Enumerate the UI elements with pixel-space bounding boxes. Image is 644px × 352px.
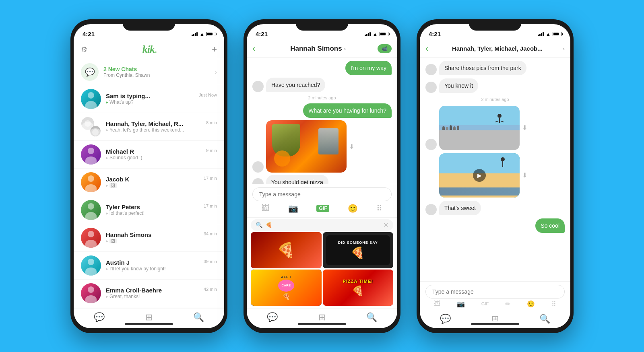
chat-item-austin[interactable]: Austin J 39 min ▸ I'll let you know by t…: [74, 252, 224, 280]
nav-grid[interactable]: ⊞: [145, 312, 153, 323]
emoji-button-3[interactable]: 🙂: [527, 300, 535, 308]
photo-button-3[interactable]: 🖼: [434, 300, 440, 307]
chat-name-tyler: Tyler Peters: [106, 204, 140, 210]
signal-icon-1: [192, 32, 198, 36]
avatar-tyler: [81, 200, 101, 220]
msg-p3-video: ▶ ⬇: [425, 153, 565, 198]
chat-list: Sam is typing... Just Now ▸ What's up?: [74, 85, 224, 309]
battery-icon-1: [206, 32, 215, 36]
sticker-button-3[interactable]: ✏: [505, 300, 510, 308]
back-button-2[interactable]: ‹: [252, 43, 255, 54]
camera-button-3[interactable]: 📷: [457, 300, 465, 308]
chat-preview-group: ▸ Yeah, let's go there this weekend...: [106, 127, 217, 133]
avatar-jacob: [81, 172, 101, 192]
gif-search-area: 🔍 🍕 ✕ 🍕 DID SOMEONE SAY 🍕: [247, 217, 397, 309]
chat-info-michael: Michael R 9 min ▸ Sounds good :): [106, 148, 217, 161]
gif-search-icon: 🔍: [256, 222, 262, 228]
chat-info-jacob: Jacob K 17 min ▸ 🖼: [106, 176, 217, 188]
chat-name-emma: Emma Croll-Baehre: [106, 287, 162, 294]
chat-time-tyler: 17 min: [204, 204, 217, 210]
chat-item-michael[interactable]: Michael R 9 min ▸ Sounds good :): [74, 141, 224, 169]
nav-messages-3[interactable]: 💬: [440, 314, 451, 324]
avatar-msg-hannah-3: [252, 178, 264, 183]
nav-search-2[interactable]: 🔍: [366, 312, 377, 323]
chat-preview-jacob: ▸ 🖼: [106, 183, 217, 188]
chat-item-tyler[interactable]: Tyler Peters 17 min ▸ lol that's perfect…: [74, 196, 224, 224]
wifi-icon-3: ▲: [546, 31, 551, 37]
photo-button-2[interactable]: 🖼: [262, 204, 270, 213]
download-icon[interactable]: ⬇: [349, 143, 354, 150]
chat-name-sam: Sam is typing...: [106, 93, 150, 99]
msg-p3-share-pics: Share those pics from the park: [425, 61, 565, 75]
notch-1: [123, 19, 175, 31]
chat-item-group[interactable]: Hannah, Tyler, Michael, R... 8 min ▸ Yea…: [74, 113, 224, 141]
time-label-3: 2 minutes ago: [425, 96, 565, 103]
chat-time-sam: Just Now: [199, 93, 217, 99]
avatar-group: [81, 117, 101, 137]
home-bar-1: [125, 323, 173, 325]
nav-search[interactable]: 🔍: [193, 312, 204, 323]
download-icon-skate[interactable]: ⬇: [522, 124, 527, 132]
chevron-right-icon: ›: [215, 68, 217, 76]
chat-name-hannah: Hannah Simons: [106, 231, 151, 238]
gear-icon[interactable]: ⚙: [81, 45, 87, 54]
p3-toolbar: 🖼 📷 GIF ✏ 🙂 ⠿: [425, 298, 565, 309]
bubble-onmyway: I'm on my way: [345, 61, 392, 75]
chat-item-hannah[interactable]: Hannah Simons 34 min ▸ 🖼: [74, 224, 224, 252]
chat-name-michael: Michael R: [106, 148, 134, 155]
video-thumb[interactable]: ▶: [439, 153, 520, 198]
chat-item-jacob[interactable]: Jacob K 17 min ▸ 🖼: [74, 169, 224, 196]
chat-info-hannah: Hannah Simons 34 min ▸ 🖼: [106, 231, 217, 244]
camera-button-2[interactable]: 📷: [288, 204, 298, 213]
new-chats-banner[interactable]: 💬 2 New Chats From Cynthia, Shawn ›: [74, 59, 224, 85]
group-info-arrow[interactable]: ›: [563, 45, 565, 52]
gif-button-3[interactable]: GIF: [481, 301, 489, 306]
kik-logo: kik.: [142, 43, 157, 56]
more-button-3[interactable]: ⠿: [551, 300, 556, 308]
gif-button-2[interactable]: GIF: [316, 205, 329, 212]
msg-sent-lunch: What are you having for lunch?: [252, 103, 392, 118]
video-call-button[interactable]: 📹: [378, 44, 392, 53]
battery-icon-3: [553, 32, 561, 36]
gif-item-4[interactable]: PIZZA TIME! 🍕: [323, 270, 394, 306]
screen-2: 4:21 ▲ ‹ Hannah Simons ›: [247, 24, 397, 328]
message-input-3[interactable]: [425, 285, 565, 298]
gif-item-3[interactable]: ALL I CARE 🍕: [251, 270, 322, 306]
more-button-2[interactable]: ⠿: [376, 204, 382, 213]
chat-header-3: ‹ Hannah, Tyler, Michael, Jacob... ›: [420, 42, 570, 58]
gif-clear-icon[interactable]: ✕: [383, 221, 388, 229]
home-bar-2: [298, 323, 346, 325]
home-bar-3: [471, 323, 519, 325]
download-icon-video[interactable]: ⬇: [522, 171, 527, 179]
avatar-hannah: [81, 228, 101, 248]
avatar-sam: [81, 89, 101, 109]
emoji-button-2[interactable]: 🙂: [348, 204, 358, 213]
nav-messages-2[interactable]: 💬: [267, 312, 278, 323]
chat-contact-name-2[interactable]: Hannah Simons ›: [258, 45, 378, 53]
chat-contact-name-3[interactable]: Hannah, Tyler, Michael, Jacob...: [431, 45, 563, 52]
time-1: 4:21: [83, 31, 95, 37]
gif-search-row: 🔍 🍕 ✕: [251, 219, 393, 231]
chat-preview-sam: ▸ What's up?: [106, 99, 217, 105]
avatar-austin: [81, 255, 101, 276]
toolbar-row-2: 🖼 📷 GIF 🙂 ⠿: [252, 201, 392, 214]
nav-search-3[interactable]: 🔍: [539, 314, 550, 324]
status-icons-3: ▲: [538, 31, 561, 37]
chat-info-group: Hannah, Tyler, Michael, R... 8 min ▸ Yea…: [106, 120, 217, 133]
new-chats-subtitle: From Cynthia, Shawn: [103, 72, 215, 78]
bubble-thats-sweet: That's sweet: [439, 201, 481, 215]
gif-item-2[interactable]: DID SOMEONE SAY 🍕: [323, 232, 394, 268]
phone-1: 4:21 ▲ ⚙ kik.: [70, 19, 227, 333]
back-button-3[interactable]: ‹: [425, 43, 428, 54]
p3-messages: Share those pics from the park You know …: [420, 58, 570, 281]
message-input-2[interactable]: [252, 187, 392, 201]
new-chats-text: 2 New Chats From Cynthia, Shawn: [103, 66, 215, 78]
nav-messages[interactable]: 💬: [94, 312, 105, 323]
chat-preview-emma: ▸ Great, thanks!: [106, 294, 217, 299]
screen-3: 4:21 ▲ ‹ Hannah, Tyler, Michael,: [420, 24, 570, 328]
gif-item-1[interactable]: 🍕: [251, 232, 322, 268]
chat-item-sam[interactable]: Sam is typing... Just Now ▸ What's up?: [74, 85, 224, 113]
chat-item-emma[interactable]: Emma Croll-Baehre 42 min ▸ Great, thanks…: [74, 280, 224, 307]
compose-icon[interactable]: +: [212, 44, 217, 55]
messages-area-2: I'm on my way Have you reached? 2 minute…: [247, 58, 397, 184]
